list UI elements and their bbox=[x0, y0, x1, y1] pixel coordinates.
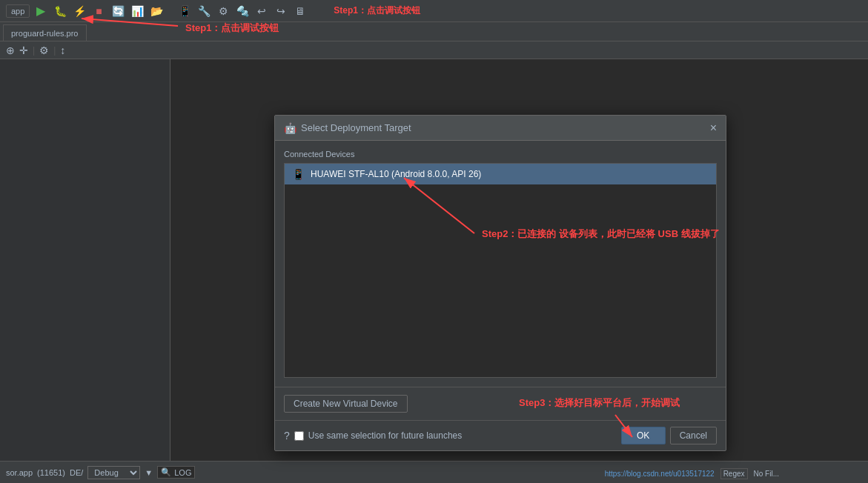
structure-icon2[interactable]: ✛ bbox=[19, 44, 28, 56]
log-search-box: 🔍 LOG bbox=[157, 466, 195, 479]
dialog-close-button[interactable]: × bbox=[710, 122, 717, 134]
stop-button[interactable]: ■ bbox=[90, 3, 107, 19]
tab-proguard[interactable]: proguard-rules.pro bbox=[3, 24, 87, 41]
device-list[interactable]: 📱 HUAWEI STF-AL10 (Android 8.0.0, API 26… bbox=[284, 163, 717, 378]
help-icon[interactable]: ? bbox=[284, 430, 290, 442]
structure-toolbar: ⊕ ✛ | ⚙ | ↕ bbox=[0, 41, 868, 59]
profile-button[interactable]: 📊 bbox=[129, 3, 145, 19]
sdk-manager-button[interactable]: 🔧 bbox=[196, 3, 212, 19]
android-icon: 🤖 bbox=[284, 122, 296, 134]
device-manager-button[interactable]: 🖥 bbox=[292, 3, 308, 19]
connected-devices-label: Connected Devices bbox=[284, 150, 717, 159]
dialog-body: Connected Devices 📱 HUAWEI STF-AL10 (And… bbox=[275, 141, 726, 387]
ide-background: app ▶ 🐛 ⚡ ■ 🔄 📊 📂 📱 🔧 ⚙ 🔩 ↩ ↪ 🖥 Step1：点击… bbox=[0, 0, 868, 483]
dialog-actions: ? Use same selection for future launches… bbox=[275, 420, 726, 450]
separator: ▼ bbox=[145, 468, 153, 477]
phone-icon: 📱 bbox=[292, 168, 305, 180]
log-label: LOG bbox=[174, 468, 191, 477]
device-name: HUAWEI STF-AL10 (Android 8.0.0, API 26) bbox=[311, 169, 481, 179]
tab-bar: proguard-rules.pro bbox=[0, 22, 868, 41]
same-selection-label: Use same selection for future launches bbox=[308, 430, 462, 441]
app-selector[interactable]: app bbox=[6, 4, 30, 18]
dialog-title-text: Select Deployment Target bbox=[301, 122, 411, 133]
build-mode-select[interactable]: Debug Release bbox=[87, 466, 140, 479]
bottom-bar: sor.app (11651) DE/ Debug Release ▼ 🔍 LO… bbox=[0, 461, 868, 483]
build-variants-button[interactable]: ⚙ bbox=[215, 3, 231, 19]
structure-icon1[interactable]: ⊕ bbox=[6, 44, 15, 56]
log-search-icon: 🔍 bbox=[161, 467, 171, 477]
deployment-dialog: 🤖 Select Deployment Target × Connected D… bbox=[274, 115, 726, 451]
pid-text: (11651) bbox=[37, 468, 65, 477]
dialog-footer: Create New Virtual Device bbox=[275, 387, 726, 420]
checkbox-row: ? Use same selection for future launches bbox=[284, 430, 462, 442]
dialog-titlebar: 🤖 Select Deployment Target × bbox=[275, 116, 726, 141]
url-link[interactable]: https://blog.csdn.net/u013517122 bbox=[605, 470, 715, 478]
create-virtual-device-button[interactable]: Create New Virtual Device bbox=[284, 395, 408, 413]
ok-button[interactable]: OK bbox=[621, 427, 666, 444]
mode-text: DE/ bbox=[70, 468, 83, 477]
device-item-huawei[interactable]: 📱 HUAWEI STF-AL10 (Android 8.0.0, API 26… bbox=[285, 164, 716, 184]
open-button[interactable]: 📂 bbox=[148, 3, 165, 19]
same-selection-checkbox[interactable] bbox=[294, 431, 304, 441]
structure-icon4[interactable]: ↕ bbox=[60, 44, 65, 56]
no-file-label: No Fil... bbox=[754, 470, 779, 478]
sync-button[interactable]: 🔄 bbox=[110, 3, 126, 19]
redo-button[interactable]: ↪ bbox=[273, 3, 289, 19]
regex-label: Regex bbox=[720, 468, 748, 479]
step1-annotation: Step1：点击调试按钮 bbox=[334, 4, 420, 17]
app-name-text: sor.app bbox=[6, 468, 33, 477]
action-buttons: OK Cancel bbox=[621, 427, 717, 444]
cancel-button[interactable]: Cancel bbox=[670, 427, 717, 444]
structure-icon3[interactable]: ⚙ bbox=[39, 44, 49, 56]
dialog-title-row: 🤖 Select Deployment Target bbox=[284, 122, 411, 134]
main-toolbar: app ▶ 🐛 ⚡ ■ 🔄 📊 📂 📱 🔧 ⚙ 🔩 ↩ ↪ 🖥 Step1：点击… bbox=[0, 0, 868, 22]
run-button[interactable]: ▶ bbox=[33, 3, 49, 19]
debug-button[interactable]: 🐛 bbox=[52, 3, 68, 19]
attach-debugger-button[interactable]: ⚡ bbox=[71, 3, 87, 19]
undo-button[interactable]: ↩ bbox=[254, 3, 270, 19]
left-panel bbox=[0, 59, 170, 461]
avd-manager-button[interactable]: 📱 bbox=[176, 3, 193, 19]
gradle-button[interactable]: 🔩 bbox=[234, 3, 251, 19]
